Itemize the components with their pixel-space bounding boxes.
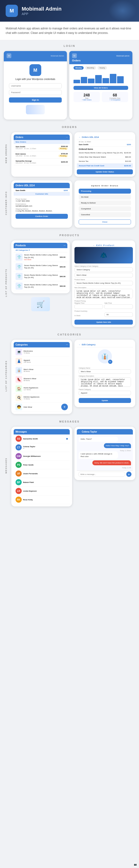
password-input[interactable] [9, 90, 62, 95]
cat-row-2[interactable]: 👗 Apparel 126 Items [14, 356, 70, 366]
msg-row-2[interactable]: CT Celena Taylor ✏ [14, 443, 70, 452]
category-select[interactable]: Select Category [75, 268, 133, 272]
order-detail-back-label: Orders UDL 2214 [82, 136, 99, 138]
view-all-orders-button[interactable]: View All Orders [74, 86, 128, 90]
update-order-btn[interactable]: Update Order Status [77, 169, 133, 174]
regular-price-input[interactable] [75, 304, 103, 309]
msg-row-6[interactable]: BP Babuk Patel [14, 478, 70, 487]
all-categories-filter[interactable]: All Categories ▾ [14, 248, 67, 252]
customer-header: Orders UDL 2214 [14, 183, 70, 188]
edit-cat-back[interactable]: ← [79, 343, 81, 346]
update-status-phone: Update Order Status Processing On Hold R… [75, 180, 135, 228]
description-group: Item Description Lorem ipsum dolor sit a… [75, 287, 133, 299]
product-row-1[interactable]: 👕 Seven Racks Merits Cotton Long Sleeve … [14, 252, 67, 262]
categories-list-phone: Categories ⋯ 💻 Electronics 72 Items 👗 Ap… [11, 340, 72, 414]
tab-yearly[interactable]: Yearly [98, 66, 107, 70]
bar-3 [88, 79, 94, 83]
status-onhold[interactable]: On Hold [79, 194, 131, 199]
update-item-btn[interactable]: Update Item Info [75, 320, 133, 324]
cat-edit-icon[interactable]: ✏ [108, 360, 112, 364]
status-ready[interactable]: Ready to Deliver [79, 200, 131, 205]
cat-img-3: 👔 [16, 367, 22, 374]
cat-row-3[interactable]: 👔 Men's Wear 98 Items [14, 366, 70, 375]
bubble-1: Hello, There? [79, 437, 118, 441]
msg-row-5[interactable]: UF Usain Fernandis [14, 469, 70, 478]
cat-name-input[interactable] [79, 369, 131, 374]
confirm-order-btn[interactable]: Confirm Order [16, 214, 68, 219]
avatar-1: SS [16, 436, 22, 442]
msg-name-5: Usain Fernandis [23, 472, 68, 475]
conv-msg-2: Hello! How May I Help You? Today 11:30am [79, 443, 131, 452]
bar-6 [110, 74, 116, 83]
order-row-1[interactable]: Sam Smith UDL2214 20 Jun, 11:30am $300.0… [14, 144, 70, 151]
order-row-2[interactable]: Emil James 106,2032 20 Jun, 11:30am $700… [14, 151, 70, 159]
product-name-label: Product Name [75, 279, 133, 280]
signin-button[interactable]: Sign In [9, 97, 62, 102]
login-section: M Mobimall Admin M Login with your Wordp… [0, 49, 139, 121]
close-btn[interactable]: Close [79, 219, 131, 224]
cat-name-7: Kids Wear [24, 406, 32, 408]
customer-orders-title: Orders UDL 2214 [16, 184, 35, 187]
msg-row-1[interactable]: SS Samantha Smith [14, 434, 70, 443]
cat-img-6: 🍳 [16, 395, 22, 401]
cat-desc-input[interactable]: Lorem ipsum dolor sit amet, consectetur … [79, 377, 131, 387]
product-row-3[interactable]: 👕 Seven Racks Merits Cotton Long Sleeve … [14, 272, 67, 281]
cat-desc-label: Category Description [79, 375, 131, 377]
header-decoration [108, 0, 137, 21]
new-orders-tab[interactable]: New Orders [14, 140, 70, 144]
cat-menu[interactable]: ⋯ [66, 344, 68, 346]
order-detail-back[interactable]: ← Orders UDL 2214 [77, 134, 133, 140]
cat-name-6: Kitchen Appliances [24, 396, 39, 398]
add-category-btn[interactable]: + [61, 404, 68, 410]
msg-row-8[interactable]: RK Rose Kelly [14, 495, 70, 504]
cat-row-5[interactable]: 🏠 Home Appliances 117 Items [14, 384, 70, 393]
stat-complete-label: Complete Now+ 6 Completed [103, 97, 127, 101]
quantity-input[interactable] [104, 312, 133, 317]
cat-row-1[interactable]: 💻 Electronics 72 Items [14, 347, 70, 356]
description-input[interactable]: Lorem ipsum dolor sit amet, consectetur … [75, 289, 133, 298]
cat-row-7[interactable]: 🧒 Kids Wear + [14, 402, 70, 412]
product-price-3: $90.90 [60, 275, 65, 278]
messages-section: MESSAGES Messages SS Samantha Smith CT [0, 425, 139, 508]
status-completed[interactable]: Completed [79, 206, 131, 211]
header-text: Mobimall Admin APP [22, 6, 61, 16]
cat-desc-group: Category Description Lorem ipsum dolor s… [79, 375, 131, 387]
cat-row-4[interactable]: 👠 Women's Wear 88 Items [14, 375, 70, 384]
conversation-phone: ← Celena Taylor Hello, There? Hello! How… [75, 427, 135, 480]
username-input[interactable] [9, 83, 62, 88]
cat-name-4: Women's Wear [24, 377, 36, 380]
products-menu[interactable]: ⋯ [64, 244, 65, 247]
msg-row-3[interactable]: GW Georgia Williamson [14, 452, 70, 461]
order-name-3: Samantha George [16, 160, 36, 162]
send-btn[interactable]: ➤ [126, 472, 132, 477]
order-meta-2: 106,2032 20 Jun, 11:30am [16, 155, 36, 157]
order-badge-2: Pending [58, 155, 68, 157]
camera-icon[interactable]: 📷 [133, 862, 138, 867]
stat-complete: 68 Complete Now+ 6 Completed [102, 92, 128, 102]
update-cat-btn[interactable]: Update [79, 398, 131, 403]
products-title: Products [16, 244, 26, 247]
login-section-label: LOGIN [0, 40, 139, 49]
order-row-3[interactable]: Samantha George UDL2214 20 Jun, 11:30am … [14, 159, 70, 165]
product-row-2[interactable]: 👕 Seven Racks Merits Cotton Long Sleeve … [14, 262, 67, 272]
login-screen: M Login with your Wordpress credentials … [6, 61, 64, 117]
tab-monthly[interactable]: Monthly [85, 66, 96, 70]
status-cancelled[interactable]: Cancelled [79, 212, 131, 217]
tab-weekly[interactable]: Weekly [74, 66, 84, 70]
message-input[interactable] [78, 472, 125, 477]
product-row-4[interactable]: 👕 Seven Racks Merits Cotton Long Sleeve … [14, 281, 67, 291]
msg-row-4[interactable]: PS Peter Smith [14, 461, 70, 469]
sale-price-input[interactable] [104, 304, 133, 309]
cat-row-6[interactable]: 🍳 Kitchen Appliances 72 Items [14, 393, 70, 402]
three-dots[interactable]: ⋯ [66, 136, 68, 138]
status-processing[interactable]: Processing [79, 189, 131, 194]
msg-name-7: Linda Hopeson [23, 490, 68, 492]
edit-back-arrow[interactable]: ← [93, 244, 95, 247]
conv-back-arrow[interactable]: ← [79, 431, 81, 433]
bubble-2: Hello! How May I Help You? [104, 443, 131, 448]
parent-cat-select[interactable]: Apparel [79, 391, 131, 395]
sub-category-select[interactable]: Men's Wear [75, 273, 133, 277]
cat-count-1: 72 Items [24, 352, 33, 354]
product-name-input[interactable] [75, 281, 133, 285]
msg-row-7[interactable]: LH Linda Hopeson [14, 487, 70, 495]
